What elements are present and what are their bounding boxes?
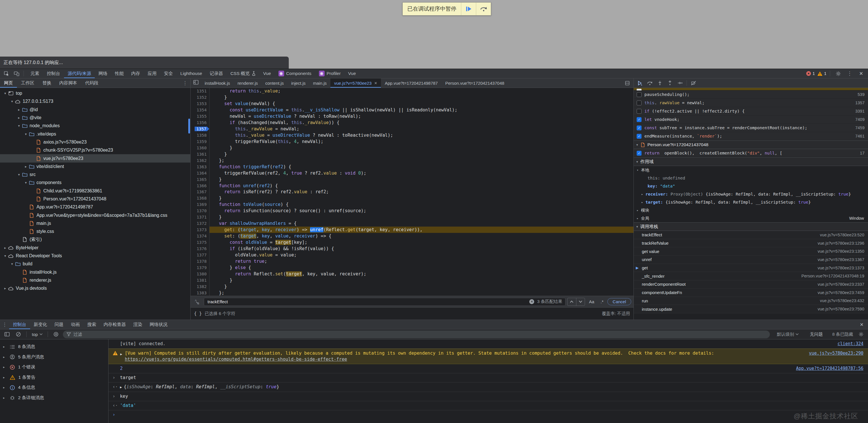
line-number[interactable]: 1375 (191, 239, 210, 245)
search-previous-icon[interactable] (567, 298, 576, 306)
callstack-frame[interactable]: runvue.js?v=5780ee23:432 (634, 297, 868, 305)
code-line[interactable]: 1371 } (191, 214, 633, 220)
frame-source-link[interactable]: vue.js?v=5780ee23:1296 (818, 241, 864, 245)
frame-source-link[interactable]: vue.js?v=5780ee23:1373 (818, 266, 864, 270)
code-line[interactable]: 1353 set value(newVal) { (191, 100, 633, 107)
tree-item[interactable]: installHook.js (0, 268, 190, 276)
console-tab-新变化[interactable]: 新变化 (30, 320, 51, 329)
callstack-frame[interactable]: ▶getvue.js?v=5780ee23:1373 (634, 264, 868, 272)
line-number[interactable]: 1379 (191, 265, 210, 271)
tree-item[interactable]: chunk-SSYGV25P.js?v=5780ee23 (0, 146, 190, 154)
code-line[interactable]: 1355 newVal = useDirectValue ? newVal : … (191, 113, 633, 119)
chevron-right-icon[interactable]: ▸ (641, 201, 643, 204)
console-tab-渲染[interactable]: 渲染 (130, 320, 146, 329)
tab-Vue[interactable]: Vue (344, 69, 360, 78)
expand-icon[interactable]: ▶ (120, 351, 122, 357)
code-line[interactable]: 1364 triggerRefValue(ref2, 4, true ? ref… (191, 170, 633, 176)
editor-tab-content.js[interactable]: content.js (261, 79, 287, 88)
console-tab-网络状况[interactable]: 网络状况 (146, 320, 172, 329)
code-line[interactable]: 1360 } (191, 145, 633, 151)
frame-source-link[interactable]: vue.js?v=5780ee23:2337 (818, 282, 864, 286)
console-tab-控制台[interactable]: 控制台 (9, 320, 30, 329)
hidden-messages-count[interactable]: 8 条已隐藏 (832, 332, 853, 337)
breakpoint-row[interactable]: if (!effect2.active || !effect2.dirty) {… (634, 107, 868, 116)
tab-网络[interactable]: 网络 (95, 69, 111, 78)
tree-item[interactable]: Child.vue?t=1719982363861 (0, 187, 190, 195)
console-warning-message[interactable]: ▶[Vue warn] Computed is still dirty afte… (108, 349, 868, 364)
line-number[interactable]: 1372 (191, 220, 210, 226)
tree-item[interactable]: App.vue?t=1720421498787 (0, 203, 190, 211)
settings-gear-icon[interactable] (834, 70, 843, 77)
code-line[interactable]: 1362 }; (191, 157, 633, 164)
line-number[interactable]: 1352 (191, 94, 210, 100)
breakpoint-row[interactable]: ✓const subTree = instance.subTree = rend… (634, 124, 868, 132)
line-number[interactable]: 1371 (191, 214, 210, 220)
tree-item[interactable]: renderer.js (0, 276, 190, 284)
scope-section-header[interactable]: ▾ 作用域 (634, 157, 868, 166)
frame-source-link[interactable]: Person.vue?t=1720421437048:19 (801, 274, 864, 278)
message-source-link[interactable]: client:324 (831, 341, 863, 347)
checkbox-unchecked[interactable] (637, 100, 642, 105)
tree-item[interactable]: ▸Vue.js devtools (0, 284, 190, 292)
code-line[interactable]: 1368 } (191, 195, 633, 201)
line-number[interactable]: 1370 (191, 208, 210, 214)
code-line[interactable]: 1354 const useDirectValue = this.__v_isS… (191, 107, 633, 113)
console-tab-内存检查器[interactable]: 内存检查器 (100, 320, 130, 329)
callstack-frame[interactable]: trackEffectvue.js?v=5780ee23:520 (634, 231, 868, 239)
tab-应用[interactable]: 应用 (144, 69, 160, 78)
tree-item[interactable]: ▾React Developer Tools (0, 252, 190, 260)
tab-CSS 概览[interactable]: CSS 概览 (227, 69, 259, 78)
scope-row[interactable]: ▾本地 (634, 166, 868, 174)
tree-item[interactable]: ▾127.0.0.1:5173 (0, 97, 190, 105)
editor-tab-vue.js?v=5780ee23[interactable]: vue.js?v=5780ee23✕ (330, 79, 381, 88)
live-expression-icon[interactable] (51, 331, 61, 338)
regex-button[interactable]: .* (598, 299, 606, 304)
tree-item[interactable]: App.vue?vue&type=style&index=0&scoped=7a… (0, 211, 190, 219)
step-into-icon[interactable] (655, 79, 664, 87)
navigator-tab-网页[interactable]: 网页 (0, 79, 17, 88)
line-number[interactable]: 1360 (191, 145, 210, 151)
match-case-button[interactable]: Aa (587, 299, 596, 304)
deactivate-breakpoints-icon[interactable] (689, 79, 698, 87)
console-message[interactable]: ›key (108, 392, 868, 401)
code-line[interactable]: 1383 }; (191, 290, 633, 296)
warning-count-badge[interactable]: 1 (817, 71, 826, 76)
message-source-link[interactable]: App.vue?t=1720421498787:56 (789, 366, 863, 371)
code-line[interactable]: 1378 return true; (191, 258, 633, 265)
console-tab-问题[interactable]: 问题 (51, 320, 67, 329)
pretty-print-icon[interactable]: { } (194, 311, 202, 316)
code-line[interactable]: 1367 return isRef(ref2) ? ref2.value : r… (191, 189, 633, 195)
line-number[interactable]: 1354 (191, 107, 210, 113)
callstack-frame[interactable]: componentUpdateFnvue.js?v=5780ee23:7459 (634, 289, 868, 297)
message-source-link[interactable]: vue.js?v=5780ee23:290 (802, 350, 863, 356)
callstack-frame[interactable]: trackRefValuevue.js?v=5780ee23:1296 (634, 239, 868, 247)
search-input[interactable] (207, 299, 526, 304)
checkbox-checked[interactable]: ✓ (637, 151, 642, 156)
log-level-select[interactable]: 默认级别 (775, 332, 800, 337)
line-number[interactable]: 1359 (191, 139, 210, 145)
breakpoint-file-group-header[interactable]: ▾ Person.vue?t=1720421437048 (634, 141, 868, 149)
console-filter-error[interactable]: ▸1 个错误 (0, 362, 108, 372)
line-number[interactable]: 1365 (191, 176, 210, 183)
tree-item[interactable]: ▾build (0, 260, 190, 268)
line-number[interactable]: 1367 (191, 189, 210, 195)
clear-console-icon[interactable] (14, 331, 23, 338)
code-line[interactable]: 1352 } (191, 94, 633, 100)
breakpoint-row[interactable]: this._rawValue = newVal;1357 (634, 99, 868, 107)
console-filter-input[interactable]: 过滤 (63, 331, 770, 338)
cancel-search-button[interactable]: Cancel (608, 298, 631, 305)
code-line[interactable]: 1376 if (isRef(oldValue) && !isRef(value… (191, 245, 633, 252)
code-line[interactable]: 1372 var shallowUnwrapHandlers = { (191, 220, 633, 226)
code-line[interactable]: 1361 } (191, 151, 633, 157)
chevron-right-icon[interactable]: ▸ (637, 209, 639, 212)
navigator-tab-代码段[interactable]: 代码段 (81, 79, 103, 88)
tab-元素[interactable]: 元素 (27, 69, 43, 78)
line-number[interactable]: 1366 (191, 183, 210, 189)
frame-source-link[interactable]: vue.js?v=5780ee23:432 (820, 298, 864, 303)
frame-source-link[interactable]: vue.js?v=5780ee23:1367 (818, 257, 864, 262)
code-line[interactable]: 1366 function unref(ref2) { (191, 183, 633, 189)
code-line[interactable]: 1377 oldValue.value = value; (191, 252, 633, 258)
step-over-icon[interactable] (476, 3, 491, 15)
console-message[interactable]: ›target (108, 373, 868, 383)
code-line[interactable]: 1358 this._value = useDirectValue ? newV… (191, 132, 633, 139)
